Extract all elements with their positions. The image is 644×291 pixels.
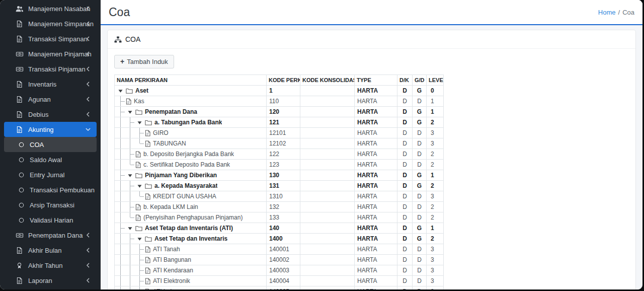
account-name[interactable]: ATI Bangunan — [152, 255, 191, 265]
sidebar-subitem-label: Arsip Transaksi — [30, 201, 74, 209]
sidebar-item-laporan[interactable]: Laporan — [4, 273, 97, 288]
gd-cell: D — [413, 276, 427, 286]
sidebar-item-akhir-bulan[interactable]: Akhir Bulan — [4, 243, 97, 258]
sidebar-item-transaksi-pinjaman[interactable]: Transaksi Pinjaman — [4, 61, 97, 77]
kode-konsolidasi-cell — [300, 128, 355, 138]
caret-down-icon[interactable] — [116, 86, 125, 96]
column-header-nama-perkiraan: NAMA PERKIRAAN — [115, 75, 267, 86]
caret-down-icon[interactable] — [135, 234, 144, 244]
sidebar-item-label: Transaksi Simpanan — [28, 35, 88, 43]
account-name[interactable]: Aset — [135, 86, 148, 96]
level-cell: 3 — [427, 286, 444, 290]
account-name[interactable]: ATI Tanah — [152, 244, 180, 254]
tree-elbow-line — [125, 212, 135, 223]
sidebar-subitem-arsip-transaksi[interactable]: Arsip Transaksi — [4, 197, 97, 212]
account-name[interactable]: ATI Elektronik — [152, 276, 190, 286]
chevron-left-icon — [86, 66, 90, 72]
type-cell: HARTA — [355, 212, 397, 223]
caret-down-icon[interactable] — [125, 170, 135, 180]
coa-row-aset-tetap-dan-inventaris: Aset Tetap dan Inventaris1400HARTADG2 — [115, 234, 444, 244]
money-icon — [15, 232, 24, 239]
account-name[interactable]: Pinjaman Yang Diberikan — [144, 170, 217, 180]
kode-perk-cell: 123 — [267, 160, 300, 170]
kode-konsolidasi-cell — [300, 160, 355, 170]
sidebar-subitem-entry-jurnal[interactable]: Entry Jurnal — [4, 167, 97, 182]
gd-cell: D — [413, 149, 427, 160]
kode-konsolidasi-cell — [300, 138, 355, 149]
kode-konsolidasi-cell — [300, 170, 355, 181]
gd-cell: G — [413, 117, 427, 128]
sidebar-item-penempatan-dana[interactable]: Penempatan Dana — [4, 228, 97, 243]
tree-tee-line — [125, 234, 135, 244]
tree-guide-line — [125, 244, 135, 254]
coa-row-ati-kendaraan: ATI Kendaraan140003HARTADD3 — [115, 265, 444, 276]
coa-row-aset: Aset1HARTADG0 — [115, 86, 444, 96]
account-name[interactable]: b. Deposito Berjangka Pada Bank — [143, 149, 234, 159]
plus-icon — [120, 58, 124, 65]
sidebar-item-manajemen-simpanan[interactable]: Manajemen Simpanan — [4, 16, 97, 31]
sidebar-item-label: Laporan — [28, 277, 52, 284]
gd-cell: D — [413, 138, 427, 149]
account-name[interactable]: a. Kepada Masyarakat — [154, 181, 217, 191]
sidebar-subitem-validasi-harian[interactable]: Validasi Harian — [4, 212, 97, 228]
folder-icon — [145, 183, 152, 189]
tree-node: ATI Kendaraan — [116, 265, 264, 275]
coa-row-ati-lainnya: ATI Lainnya140005HARTADD3 — [115, 286, 444, 290]
sidebar-item-manajemen-nasabah[interactable]: Manajemen Nasabah — [4, 1, 97, 16]
sidebar-subitem-transaksi-pembukuan[interactable]: Transaksi Pembukuan — [4, 182, 97, 197]
account-name[interactable]: (Penyisihan Penghapusan Pinjaman) — [143, 212, 243, 223]
tree-tee-line — [125, 117, 135, 127]
header-divider — [101, 24, 642, 25]
account-name[interactable]: Aset Tetap dan Inventaris — [154, 234, 227, 244]
account-name[interactable]: Penempatan Dana — [144, 107, 197, 117]
account-name[interactable]: Kas — [133, 96, 144, 106]
tree-node: ATI Lainnya — [116, 286, 264, 289]
level-cell: 3 — [427, 138, 444, 149]
account-name[interactable]: TABUNGAN — [152, 138, 186, 149]
account-name[interactable]: GIRO — [152, 128, 169, 138]
dk-cell: D — [397, 265, 413, 276]
sidebar-item-debius[interactable]: Debius — [4, 107, 97, 122]
coa-row-ati-elektronik: ATI Elektronik140004HARTADD3 — [115, 276, 444, 286]
sidebar-subitem-coa[interactable]: COA — [4, 137, 97, 152]
gd-cell: D — [413, 128, 427, 138]
folder-icon — [135, 109, 142, 115]
file-icon — [145, 288, 150, 290]
account-name[interactable]: Aset Tetap dan Inventaris (ATI) — [144, 223, 233, 233]
breadcrumb-home-link[interactable]: Home — [598, 9, 616, 16]
account-name[interactable]: a. Tabungan Pada Bank — [154, 117, 222, 127]
tree-guide-line — [125, 255, 135, 265]
account-name[interactable]: ATI Kendaraan — [152, 265, 193, 275]
caret-down-icon[interactable] — [135, 117, 144, 127]
account-name[interactable]: c. Sertifikat Deposito Pada Bank — [143, 160, 230, 170]
users-icon — [15, 5, 24, 13]
caret-down-icon[interactable] — [135, 181, 144, 191]
dk-cell: D — [397, 223, 413, 234]
file-icon — [15, 81, 24, 88]
sidebar-subitem-saldo-awal[interactable]: Saldo Awal — [4, 152, 97, 167]
account-name[interactable]: b. Kepada LKM Lain — [143, 202, 198, 212]
coa-row-penempatan-dana: Penempatan Dana120HARTADG1 — [115, 107, 444, 117]
sidebar-item-label: Inventaris — [28, 81, 56, 88]
sidebar-item-akhir-tahun[interactable]: Akhir Tahun — [4, 258, 97, 273]
level-cell: 1 — [427, 223, 444, 234]
sidebar-item-akunting[interactable]: Akunting — [4, 122, 97, 137]
tree-elbow-line — [135, 191, 144, 201]
sidebar-item-manajemen-pinjaman[interactable]: Manajemen Pinjaman — [4, 46, 97, 61]
type-cell: HARTA — [355, 128, 397, 138]
tree-tee-line — [116, 96, 125, 106]
gd-cell: G — [413, 86, 427, 96]
card-title: COA — [125, 35, 140, 43]
tambah-induk-button[interactable]: Tambah Induk — [114, 55, 174, 68]
sidebar-item-transaksi-simpanan[interactable]: Transaksi Simpanan — [4, 31, 97, 46]
sidebar-item-inventaris[interactable]: Inventaris — [4, 77, 97, 92]
account-name[interactable]: KREDIT GUNA USAHA — [152, 191, 216, 201]
account-name[interactable]: ATI Lainnya — [152, 286, 185, 289]
breadcrumb-current: Coa — [622, 9, 634, 16]
kode-perk-cell: 133 — [267, 212, 300, 223]
level-cell: 2 — [427, 149, 444, 160]
caret-down-icon[interactable] — [125, 223, 135, 233]
level-cell: 3 — [427, 276, 444, 286]
sidebar-item-agunan[interactable]: Agunan — [4, 92, 97, 107]
caret-down-icon[interactable] — [125, 107, 135, 117]
